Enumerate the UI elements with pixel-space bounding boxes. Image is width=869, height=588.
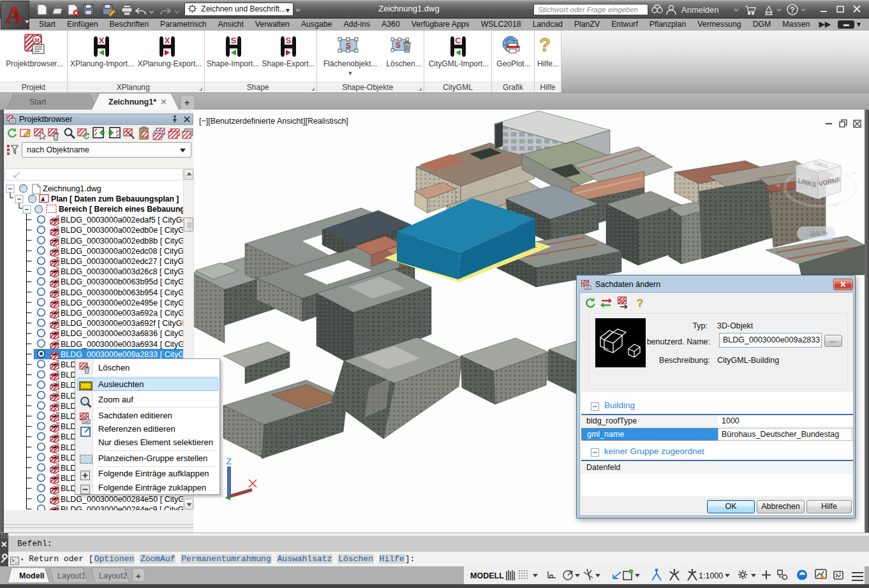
svg-text:BLDG_0003000a002edaf5 [ CityGM: BLDG_0003000a002edaf5 [ CityGML-I: [61, 216, 183, 224]
svg-text:1:1000: 1:1000: [699, 571, 723, 580]
svg-text:BLDG_0003000a002edc27 [ CityGM: BLDG_0003000a002edc27 [ CityGML-: [61, 257, 183, 266]
svg-text:?: ?: [539, 34, 551, 55]
svg-text:Anmelden: Anmelden: [681, 5, 719, 15]
svg-text:Bereich [ Bereich eines Bebauu: Bereich [ Bereich eines Bebauungspl: [59, 205, 183, 214]
svg-text:BLDG_0003000b0063b954 [ CityGM: BLDG_0003000b0063b954 [ CityGML-: [61, 288, 183, 297]
svg-text:BLDG_0003000a002edb0e [ CityGM: BLDG_0003000a002edb0e [ CityGML-: [61, 226, 183, 235]
svg-text:Start: Start: [29, 98, 47, 107]
svg-text:BLDG_0003000e00284e50 [ CityGM: BLDG_0003000e00284e50 [ CityGML: [61, 495, 183, 504]
svg-text:BLDG_0003000b0063b95d [ CityGM: BLDG_0003000b0063b95d [ CityGML-: [61, 277, 183, 286]
svg-text:BLDG_0003000e003a6836 [ CityGM: BLDG_0003000e003a6836 [ CityGML-: [61, 329, 183, 338]
svg-text:S: S: [286, 36, 292, 45]
svg-text:M: M: [82, 415, 85, 419]
svg-text:WKS: WKS: [810, 230, 827, 239]
svg-text:?: ?: [637, 297, 643, 309]
svg-text:BLDG_0003000e002e495e [ CityGM: BLDG_0003000e002e495e [ CityGML-: [61, 298, 183, 307]
svg-text:M: M: [620, 298, 623, 303]
svg-text:BLDG_0003000a002edc08 [ CityGM: BLDG_0003000a002edc08 [ CityGML-: [61, 247, 183, 256]
svg-text:X: X: [99, 36, 105, 45]
svg-text:Layout2: Layout2: [99, 571, 128, 580]
svg-text:BLDG_0003000e003a692f [ CityGM: BLDG_0003000e003a692f [ CityGML-E: [61, 319, 183, 328]
svg-text:S: S: [231, 36, 237, 45]
svg-text:Plan [ Daten zum Bebauungsplan: Plan [ Daten zum Bebauungsplan ]: [51, 195, 179, 203]
svg-text:Modell: Modell: [19, 571, 45, 580]
svg-text:+: +: [184, 98, 189, 108]
svg-text:+: +: [136, 571, 141, 581]
svg-text:C: C: [455, 36, 461, 45]
svg-text:BLDG_0003000e00284ec9 [ CityGM: BLDG_0003000e00284ec9 [ CityGML-: [61, 505, 183, 510]
svg-text:A: A: [5, 1, 23, 28]
svg-text:BLDG_0003000e009a2833 [ CityGM: BLDG_0003000e009a2833 [ CityGML-: [61, 350, 183, 359]
svg-text:S: S: [346, 41, 351, 50]
svg-text:BLDG_0003000a002edb8b [ CityGM: BLDG_0003000a002edb8b [ CityGML-: [61, 237, 183, 246]
svg-text:Layout1: Layout1: [57, 571, 86, 580]
svg-text:MODELL: MODELL: [470, 571, 504, 580]
svg-text:M: M: [584, 281, 587, 285]
svg-text:BLDG_0003000e003a6934 [ CityGM: BLDG_0003000e003a6934 [ CityGML-: [61, 340, 183, 349]
svg-text:!: !: [824, 575, 825, 579]
svg-text:BLDG_0003000a003d26c8 [ CityGM: BLDG_0003000a003d26c8 [ CityGML-: [61, 267, 183, 276]
svg-text:X: X: [165, 36, 170, 45]
svg-text:Z: Z: [227, 457, 232, 466]
svg-text:BLDG_0003000e003a692a [ CityGM: BLDG_0003000e003a692a [ CityGML-: [61, 309, 183, 318]
svg-text:?: ?: [790, 6, 794, 15]
svg-text:S: S: [396, 41, 401, 50]
svg-text:Zeichnung1.dwg: Zeichnung1.dwg: [43, 184, 101, 193]
svg-text:Zeichnung1*: Zeichnung1*: [108, 98, 156, 107]
